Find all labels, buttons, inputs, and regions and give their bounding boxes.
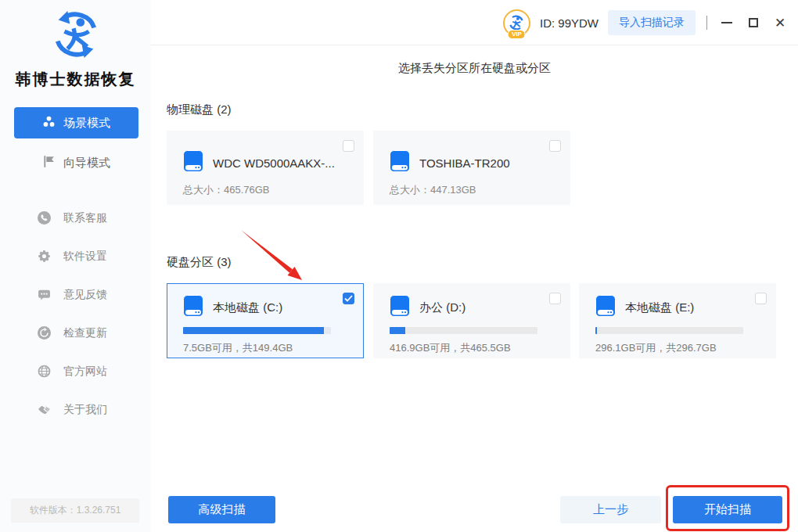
- physical-disks-section-label: 物理磁盘 (2): [167, 102, 232, 117]
- partition-card-d[interactable]: 办公 (D:) 416.9GB可用，共465.5GB: [373, 283, 570, 358]
- wizard-mode-label: 向导模式: [63, 156, 110, 171]
- flag-icon: [42, 155, 56, 171]
- partition-usage: 7.5GB可用，共149.4GB: [167, 334, 363, 355]
- app-title: 韩博士数据恢复: [0, 69, 151, 90]
- partition-usage: 416.9GB可用，共465.5GB: [374, 334, 570, 355]
- partition-card-e[interactable]: 本地磁盘 (E:) 296.1GB可用，共296.7GB: [579, 283, 776, 358]
- minimize-icon: [721, 22, 732, 23]
- disk-size: 总大小：447.13GB: [374, 175, 570, 197]
- update-icon: [38, 326, 51, 340]
- partition-name: 本地磁盘 (E:): [625, 300, 694, 315]
- disk-icon: [390, 295, 410, 320]
- previous-step-button[interactable]: 上一步: [560, 496, 661, 523]
- minimize-button[interactable]: [718, 14, 735, 31]
- sidebar-item-about-us[interactable]: 关于我们: [0, 390, 151, 429]
- advanced-scan-button[interactable]: 高级扫描: [168, 496, 275, 523]
- disk-size: 总大小：465.76GB: [167, 175, 363, 197]
- sidebar-item-feedback[interactable]: 意见反馈: [0, 275, 151, 314]
- partition-usage: 296.1GB可用，共296.7GB: [580, 334, 775, 355]
- sidebar: 韩博士数据恢复 场景模式 向导模式 联系客服 软件设置 意: [0, 0, 151, 532]
- about-us-label: 关于我们: [63, 403, 107, 417]
- gear-icon: [38, 250, 51, 263]
- title-bar: VIP ID: 99YDW 导入扫描记录 ✕: [151, 0, 798, 45]
- window-controls-divider: [706, 16, 707, 30]
- handshake-icon: [38, 403, 51, 416]
- sidebar-item-check-update[interactable]: 检查更新: [0, 314, 151, 352]
- usage-bar: [595, 327, 743, 334]
- vip-badge: VIP: [508, 30, 526, 39]
- partition-name: 办公 (D:): [419, 300, 466, 315]
- check-update-label: 检查更新: [63, 326, 107, 340]
- disk-card-toshiba[interactable]: TOSHIBA-TR200 总大小：447.13GB: [373, 131, 570, 205]
- disk-name: WDC WD5000AAKX-...: [213, 156, 335, 170]
- sidebar-item-settings[interactable]: 软件设置: [0, 237, 151, 275]
- official-site-label: 官方网站: [63, 365, 107, 379]
- user-avatar[interactable]: VIP: [503, 9, 530, 37]
- partition-card-c[interactable]: 本地磁盘 (C:) 7.5GB可用，共149.4GB: [167, 283, 364, 358]
- usage-bar: [183, 327, 331, 334]
- sidebar-item-scene-mode[interactable]: 场景模式: [14, 107, 138, 138]
- sidebar-menu: 联系客服 软件设置 意见反馈 检查更新 官方网站: [0, 199, 151, 429]
- close-icon: ✕: [775, 16, 785, 30]
- globe-icon: [38, 365, 51, 378]
- user-id: ID: 99YDW: [540, 16, 598, 30]
- disk-checkbox[interactable]: [343, 140, 354, 152]
- settings-label: 软件设置: [63, 250, 107, 264]
- contact-support-label: 联系客服: [63, 211, 107, 225]
- disk-icon: [595, 295, 616, 320]
- annotation-arrow: [239, 228, 310, 289]
- start-scan-button[interactable]: 开始扫描: [673, 496, 782, 523]
- scene-mode-label: 场景模式: [63, 116, 110, 131]
- partition-checkbox[interactable]: [755, 293, 767, 304]
- sidebar-item-official-site[interactable]: 官方网站: [0, 352, 151, 390]
- disk-name: TOSHIBA-TR200: [419, 156, 510, 170]
- maximize-icon: [749, 18, 758, 27]
- version-label: 软件版本：1.3.26.751: [11, 498, 139, 523]
- close-button[interactable]: ✕: [771, 14, 789, 31]
- partitions-section-label: 硬盘分区 (3): [167, 255, 232, 270]
- disk-icon: [183, 295, 203, 320]
- app-logo-icon: [0, 0, 151, 63]
- page-title: 选择丢失分区所在硬盘或分区: [151, 61, 798, 76]
- partition-name: 本地磁盘 (C:): [213, 300, 282, 315]
- disk-card-wdc[interactable]: WDC WD5000AAKX-... 总大小：465.76GB: [167, 131, 364, 205]
- sidebar-item-wizard-mode[interactable]: 向导模式: [14, 147, 138, 178]
- partition-checkbox-checked[interactable]: [343, 293, 354, 304]
- partition-checkbox[interactable]: [549, 293, 561, 304]
- maximize-button[interactable]: [745, 14, 762, 31]
- sidebar-item-contact-support[interactable]: 联系客服: [0, 199, 151, 237]
- phone-icon: [38, 211, 51, 225]
- feedback-icon: [38, 288, 51, 301]
- disk-checkbox[interactable]: [549, 140, 561, 152]
- scene-mode-icon: [42, 115, 56, 131]
- feedback-label: 意见反馈: [63, 288, 107, 302]
- disk-icon: [390, 150, 410, 175]
- disk-icon: [183, 150, 203, 175]
- usage-bar: [390, 327, 537, 334]
- import-scan-records-button[interactable]: 导入扫描记录: [608, 10, 696, 35]
